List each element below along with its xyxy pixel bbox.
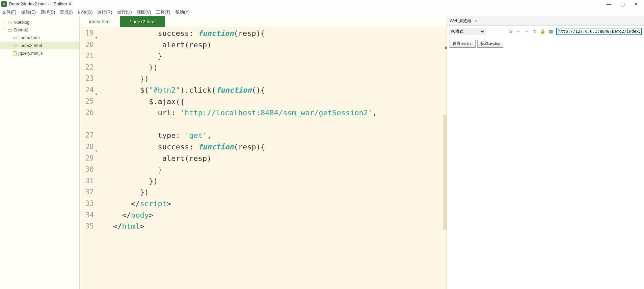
code-line[interactable]: </script>: [95, 198, 447, 210]
tree-item-label: jquery.min.js: [19, 51, 43, 56]
back-icon[interactable]: ←: [516, 29, 521, 34]
fold-icon[interactable]: ▣: [96, 89, 97, 100]
window-title: Demo2/index2.html - HBuilder X: [9, 1, 72, 6]
folder-icon: 🗀: [7, 27, 12, 33]
qr-icon[interactable]: ▦: [548, 29, 554, 34]
menu-item[interactable]: 查找(I): [60, 9, 73, 15]
lock-icon[interactable]: 🔒: [540, 29, 545, 34]
browser-toolbar: PC模式 ⇲ ← → ↻ 🔒 ▦: [447, 26, 644, 37]
code-line[interactable]: alert(resp): [95, 153, 447, 164]
code-line[interactable]: success: function(resp){: [95, 141, 447, 153]
menu-item[interactable]: 视图(V): [137, 9, 151, 15]
minimize-button[interactable]: —: [606, 1, 612, 7]
file-item[interactable]: <>index2.html: [0, 42, 79, 49]
folder-icon: 🗀: [7, 20, 12, 25]
project-explorer[interactable]: ›🗀vueblog˅🗀Demo2<>index.html<>index2.htm…: [0, 16, 80, 289]
folder-item[interactable]: ˅🗀Demo2: [0, 26, 79, 34]
scrollbar-thumb[interactable]: [443, 115, 447, 230]
maximize-button[interactable]: ▢: [620, 1, 625, 7]
js-file-icon: J: [13, 51, 17, 55]
editor-tabs: index.html*index2.html: [80, 16, 447, 27]
menubar: 文件(F)编辑(E)选择(S)查找(I)跳转(G)运行(R)发行(U)视图(V)…: [0, 8, 644, 16]
code-content[interactable]: success: function(resp){ alert(resp) } }…: [95, 27, 447, 289]
refresh-icon[interactable]: ↻: [532, 29, 537, 34]
url-input[interactable]: [556, 28, 642, 35]
tree-item-label: index.html: [20, 35, 39, 40]
app-icon: H: [1, 1, 7, 7]
browser-mode-select[interactable]: PC模式: [449, 28, 485, 35]
code-editor[interactable]: 19▣2021222324▣25262728▣29303132333435 su…: [80, 27, 447, 289]
close-button[interactable]: ✕: [633, 1, 639, 7]
code-line[interactable]: $("#btn2").click(function(){: [95, 85, 447, 96]
tree-item-label: Demo2: [14, 27, 28, 32]
code-line[interactable]: </html>: [95, 221, 447, 232]
set-session-button[interactable]: 设置session: [450, 40, 476, 48]
html-file-icon: <>: [13, 35, 18, 40]
menu-item[interactable]: 跳转(G): [78, 9, 93, 15]
code-line[interactable]: </body>: [95, 210, 447, 221]
browser-panel-title: Web浏览器: [450, 18, 472, 24]
line-gutter: 19▣2021222324▣25262728▣29303132333435: [80, 27, 95, 289]
menu-item[interactable]: 工具(T): [156, 9, 170, 15]
code-line[interactable]: }): [95, 62, 447, 73]
web-browser-panel: Web浏览器 × PC模式 ⇲ ← → ↻ 🔒 ▦ 设置session 获取se…: [447, 16, 644, 289]
menu-item[interactable]: 文件(F): [2, 9, 17, 15]
scrollbar-marker: [445, 47, 447, 49]
code-line[interactable]: }: [95, 164, 447, 175]
forward-icon[interactable]: →: [524, 29, 529, 34]
menu-item[interactable]: 帮助(Y): [175, 9, 190, 15]
get-session-button[interactable]: 获取session: [477, 40, 503, 48]
tree-item-label: index2.html: [20, 43, 42, 48]
menu-item[interactable]: 编辑(E): [21, 9, 36, 15]
close-icon[interactable]: ×: [475, 18, 477, 23]
editor-tab[interactable]: index.html: [80, 16, 120, 27]
browser-viewport[interactable]: 设置session 获取session: [447, 37, 644, 289]
code-line[interactable]: }): [95, 73, 447, 85]
file-item[interactable]: Jjquery.min.js: [0, 49, 79, 57]
code-line[interactable]: }: [95, 50, 447, 62]
menu-item[interactable]: 运行(R): [97, 9, 112, 15]
menu-item[interactable]: 选择(S): [41, 9, 55, 15]
code-line[interactable]: url: 'http://localhost:8484/ssm_war/getS…: [95, 107, 447, 130]
browser-panel-header: Web浏览器 ×: [447, 16, 644, 26]
code-line[interactable]: success: function(resp){: [95, 28, 447, 39]
tree-item-label: vueblog: [14, 20, 30, 25]
titlebar: H Demo2/index2.html - HBuilder X — ▢ ✕: [0, 0, 644, 8]
fold-icon[interactable]: ▣: [96, 32, 97, 43]
chevron-icon[interactable]: ›: [3, 20, 7, 24]
fold-icon[interactable]: ▣: [96, 145, 97, 157]
html-file-icon: <>: [13, 43, 18, 48]
code-line[interactable]: }): [95, 187, 447, 198]
code-line[interactable]: type: 'get',: [95, 130, 447, 141]
code-line[interactable]: }): [95, 175, 447, 187]
menu-item[interactable]: 发行(U): [117, 9, 132, 15]
code-line[interactable]: $.ajax({: [95, 96, 447, 107]
code-line[interactable]: alert(resp): [95, 39, 447, 51]
chevron-icon[interactable]: ˅: [3, 28, 7, 32]
folder-item[interactable]: ›🗀vueblog: [0, 18, 79, 26]
export-icon[interactable]: ⇲: [508, 29, 513, 34]
file-item[interactable]: <>index.html: [0, 34, 79, 42]
editor-tab[interactable]: *index2.html: [120, 16, 165, 27]
